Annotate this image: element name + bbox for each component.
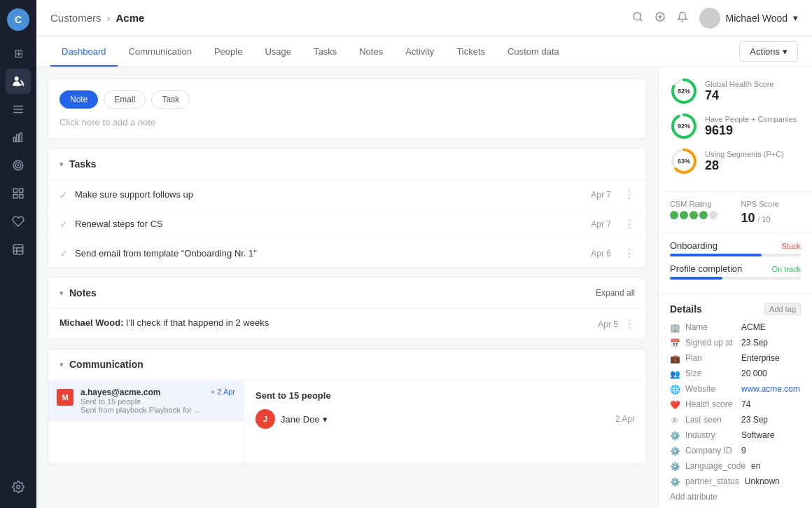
add-tag-button[interactable]: Add tag bbox=[764, 303, 801, 315]
comm-msg-date: 2 Apr bbox=[615, 414, 635, 424]
breadcrumb-current: Acme bbox=[116, 12, 145, 24]
grid-icon[interactable] bbox=[6, 181, 31, 206]
task-button[interactable]: Task bbox=[151, 90, 190, 109]
expand-all-button[interactable]: Expand all bbox=[596, 288, 635, 298]
nav-tabs: Dashboard Communication People Usage Tas… bbox=[36, 36, 812, 67]
detail-key: Signed up at bbox=[685, 338, 736, 348]
table-icon[interactable] bbox=[6, 237, 31, 262]
tab-activity[interactable]: Activity bbox=[394, 38, 445, 67]
chevron-down-icon: ▾ bbox=[323, 414, 328, 425]
comm-item-content: a.hayes@acme.com Sent to 15 people Sent … bbox=[80, 387, 204, 414]
score-row: 82% Global Health Score 74 bbox=[670, 77, 801, 105]
avatar bbox=[699, 8, 720, 29]
svg-point-0 bbox=[15, 76, 19, 81]
breadcrumb-parent[interactable]: Customers bbox=[50, 12, 102, 24]
detail-value: 23 Sep bbox=[741, 415, 768, 425]
more-icon[interactable]: ⋮ bbox=[624, 247, 635, 260]
task-date: Apr 7 bbox=[591, 219, 611, 229]
score-value: 74 bbox=[705, 88, 801, 103]
csm-nps-section: CSM Rating NPS Score 10 / 10 bbox=[659, 193, 812, 233]
svg-rect-12 bbox=[13, 195, 17, 198]
list-icon[interactable] bbox=[6, 97, 31, 122]
detail-value: 9 bbox=[741, 446, 746, 455]
tab-communication[interactable]: Communication bbox=[118, 38, 203, 67]
details-section: Details Add tag 🏢 Name ACME 📅 Signed up … bbox=[659, 294, 812, 508]
chart-bar-icon[interactable] bbox=[6, 125, 31, 150]
more-icon[interactable]: ⋮ bbox=[624, 217, 635, 231]
detail-value: 23 Sep bbox=[741, 338, 768, 348]
tab-tickets[interactable]: Tickets bbox=[445, 38, 496, 67]
note-author: Michael Wood: bbox=[59, 317, 126, 328]
onboarding-label: Onboarding bbox=[670, 240, 718, 251]
people-icon: 👥 bbox=[670, 369, 680, 379]
check-icon[interactable]: ✓ bbox=[59, 189, 68, 200]
note-input[interactable]: Click here to add a note bbox=[59, 117, 635, 128]
user-name: Michael Wood bbox=[726, 13, 788, 24]
heart-icon[interactable] bbox=[6, 209, 31, 234]
detail-value: Unknown bbox=[745, 476, 780, 486]
chevron-down-icon[interactable]: ▾ bbox=[59, 289, 64, 298]
nps-max: / 10 bbox=[757, 215, 770, 224]
detail-value: en bbox=[751, 461, 760, 471]
home-icon[interactable]: ⊞ bbox=[6, 41, 31, 66]
bell-icon[interactable] bbox=[677, 11, 688, 25]
chevron-down-icon[interactable]: ▾ bbox=[59, 160, 64, 169]
add-icon[interactable] bbox=[654, 11, 666, 25]
comm-from-name[interactable]: Jane Doe ▾ bbox=[281, 414, 328, 425]
target-icon[interactable] bbox=[6, 153, 31, 178]
tasks-card: ▾ Tasks ✓ Make sure support follows up A… bbox=[48, 148, 647, 268]
check-icon[interactable]: ✓ bbox=[59, 248, 68, 259]
svg-rect-11 bbox=[20, 188, 23, 192]
score-label: Using Segments (P+C) bbox=[705, 150, 801, 158]
svg-rect-5 bbox=[17, 135, 19, 142]
notes-title: Notes bbox=[69, 287, 97, 298]
svg-line-20 bbox=[640, 19, 642, 21]
actions-button[interactable]: Actions ▾ bbox=[739, 41, 798, 62]
svg-point-9 bbox=[18, 165, 19, 166]
user-menu[interactable]: Michael Wood ▾ bbox=[699, 8, 798, 29]
star-3 bbox=[690, 211, 698, 219]
profile-progress-bar bbox=[670, 277, 801, 280]
task-label: Send email from template "Onboarding Nr.… bbox=[75, 248, 584, 259]
task-date: Apr 6 bbox=[591, 249, 611, 259]
details-title: Details bbox=[670, 303, 702, 315]
svg-rect-6 bbox=[20, 133, 22, 142]
icon-sidebar: C ⊞ bbox=[0, 0, 36, 508]
donut-chart: 63% bbox=[670, 147, 698, 175]
star-4 bbox=[699, 211, 708, 219]
briefcase-icon: 💼 bbox=[670, 354, 680, 364]
score-pct: 82% bbox=[678, 88, 690, 95]
star-5-empty bbox=[709, 211, 718, 219]
add-attribute-button[interactable]: Add attribute bbox=[670, 492, 801, 502]
search-icon[interactable] bbox=[632, 11, 643, 25]
tab-usage[interactable]: Usage bbox=[253, 38, 302, 67]
onboarding-status: Stuck bbox=[781, 242, 801, 250]
score-row: 63% Using Segments (P+C) 28 bbox=[670, 147, 801, 175]
note-button[interactable]: Note bbox=[59, 90, 98, 109]
onboarding-fill bbox=[670, 254, 762, 256]
details-header: Details Add tag bbox=[670, 303, 801, 315]
tab-custom-data[interactable]: Custom data bbox=[496, 38, 570, 67]
email-button[interactable]: Email bbox=[104, 90, 146, 109]
more-icon[interactable]: ⋮ bbox=[624, 188, 635, 201]
detail-value-link[interactable]: www.acme.com bbox=[741, 384, 800, 394]
settings-icon[interactable] bbox=[6, 474, 31, 500]
list-item[interactable]: M a.hayes@acme.com Sent to 15 people Sen… bbox=[48, 380, 244, 422]
heart-icon: ❤️ bbox=[670, 400, 680, 410]
list-item: Michael Wood: I'll check if that happend… bbox=[48, 308, 646, 339]
detail-row-website: 🌐 Website www.acme.com bbox=[670, 384, 801, 394]
chevron-down-icon[interactable]: ▾ bbox=[59, 360, 64, 369]
tab-tasks[interactable]: Tasks bbox=[302, 38, 348, 67]
note-meta: Apr 5 ⋮ bbox=[598, 317, 635, 331]
header-right: Michael Wood ▾ bbox=[632, 8, 798, 29]
tab-dashboard[interactable]: Dashboard bbox=[50, 38, 118, 67]
detail-value: 74 bbox=[741, 399, 750, 409]
tab-people[interactable]: People bbox=[203, 38, 253, 67]
tab-notes[interactable]: Notes bbox=[348, 38, 394, 67]
check-icon[interactable]: ✓ bbox=[59, 219, 68, 230]
onboarding-row: Onboarding Stuck bbox=[670, 240, 801, 251]
people-icon[interactable] bbox=[6, 69, 31, 94]
more-icon[interactable]: ⋮ bbox=[624, 317, 635, 331]
notes-header: ▾ Notes Expand all bbox=[48, 277, 646, 308]
gear-icon: ⚙️ bbox=[670, 477, 680, 487]
